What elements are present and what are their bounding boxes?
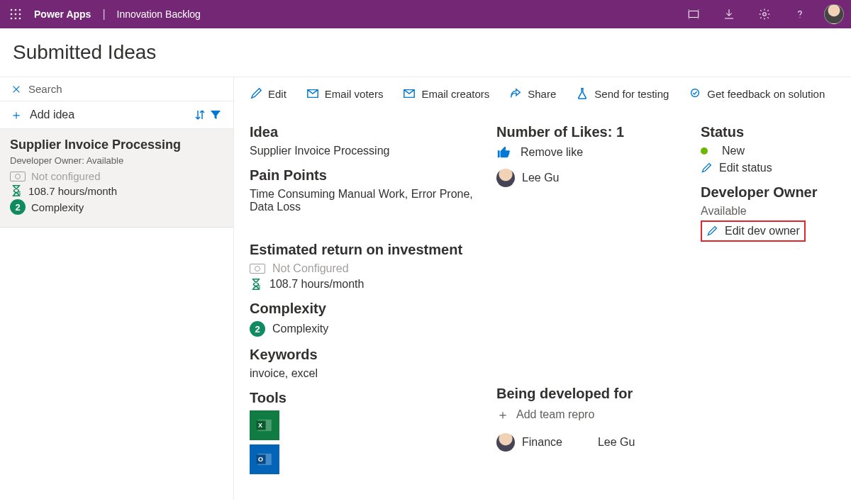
email-voters-action[interactable]: Email voters xyxy=(306,87,384,100)
settings-gear-icon[interactable] xyxy=(753,3,776,26)
avatar-icon xyxy=(496,433,515,452)
email-creators-action[interactable]: Email creators xyxy=(403,87,489,100)
flask-icon xyxy=(576,87,589,100)
status-value-row: New xyxy=(701,145,835,157)
keywords-heading: Keywords xyxy=(250,347,484,363)
idea-card-title: Supplier Invoice Processing xyxy=(10,138,223,152)
get-feedback-action[interactable]: Get feedback on solution xyxy=(689,87,825,100)
status-value: New xyxy=(722,145,745,157)
money-icon xyxy=(10,172,26,181)
status-heading: Status xyxy=(701,124,835,140)
svg-point-3 xyxy=(11,13,13,16)
mail-icon xyxy=(306,87,319,100)
svg-rect-9 xyxy=(689,11,699,18)
pain-heading: Pain Points xyxy=(250,167,484,184)
app-name: Power Apps xyxy=(34,9,91,20)
roi-cost: Not Configured xyxy=(250,262,484,275)
feedback-icon xyxy=(689,87,701,100)
add-idea-button[interactable]: ＋ Add idea xyxy=(10,108,74,121)
svg-point-10 xyxy=(763,13,767,16)
complexity-heading: Complexity xyxy=(250,301,484,317)
idea-heading: Idea xyxy=(250,124,484,140)
svg-point-7 xyxy=(15,18,17,20)
page-title: Submitted Ideas xyxy=(13,41,838,64)
download-icon[interactable] xyxy=(718,3,740,26)
sort-icon[interactable] xyxy=(192,107,208,123)
detail-col-main: Idea Supplier Invoice Processing Pain Po… xyxy=(250,114,484,474)
pencil-icon xyxy=(706,225,718,237)
svg-text:O: O xyxy=(258,456,263,463)
team-row: Finance Lee Gu xyxy=(496,433,688,452)
plus-icon: ＋ xyxy=(496,406,509,423)
help-icon[interactable] xyxy=(789,3,811,26)
idea-card-owner: Developer Owner: Available xyxy=(10,155,223,166)
tool-excel-icon: X xyxy=(250,410,279,440)
topbar: Power Apps | Innovation Backlog xyxy=(0,0,851,28)
roi-hours: $ 108.7 hours/month xyxy=(250,278,484,291)
devfor-heading: Being developed for xyxy=(496,386,688,402)
edit-dev-owner-highlight: Edit dev owner xyxy=(701,220,806,242)
plus-icon: ＋ xyxy=(10,110,23,120)
svg-text:$: $ xyxy=(18,191,21,196)
idea-card-complexity: 2 Complexity xyxy=(10,199,223,215)
svg-point-8 xyxy=(19,18,21,20)
fit-screen-icon[interactable] xyxy=(682,3,705,26)
complexity-line: 2 Complexity xyxy=(250,321,484,337)
svg-point-1 xyxy=(15,9,17,11)
roi-heading: Estimated return on investment xyxy=(250,242,484,258)
add-idea-label: Add idea xyxy=(30,108,74,121)
search-input[interactable]: Search xyxy=(0,77,233,101)
action-bar: Edit Email voters Email creators Share S… xyxy=(250,87,835,108)
mail-icon xyxy=(403,87,416,100)
team-person: Lee Gu xyxy=(598,436,635,449)
svg-point-0 xyxy=(11,9,13,11)
ideas-list-panel: Search ＋ Add idea Supplier Invoice Proce… xyxy=(0,77,234,500)
share-icon xyxy=(509,87,522,100)
svg-text:$: $ xyxy=(258,284,261,289)
detail-col-likes: Number of Likes: 1 Remove like Lee Gu Be… xyxy=(496,114,688,474)
team-name: Finance xyxy=(522,436,562,449)
idea-card[interactable]: Supplier Invoice Processing Developer Ow… xyxy=(0,129,233,228)
detail-col-status: Status New Edit status Developer Owner A… xyxy=(701,114,835,474)
idea-detail-panel: Edit Email voters Email creators Share S… xyxy=(234,77,851,500)
hourglass-icon: $ xyxy=(10,184,23,197)
app-launcher-icon[interactable] xyxy=(7,6,24,23)
edit-dev-owner-link[interactable]: Edit dev owner xyxy=(706,225,800,237)
pencil-icon xyxy=(701,162,712,174)
owner-heading: Developer Owner xyxy=(701,184,835,201)
tool-outlook-icon: O xyxy=(250,444,279,474)
hourglass-icon: $ xyxy=(250,278,262,291)
clear-x-icon xyxy=(11,84,21,94)
add-team-repro-link[interactable]: ＋ Add team repro xyxy=(496,406,688,423)
idea-card-cost: Not configured xyxy=(10,170,223,182)
edit-action[interactable]: Edit xyxy=(250,87,287,100)
money-icon xyxy=(250,264,265,274)
user-avatar[interactable] xyxy=(824,4,844,24)
edit-status-link[interactable]: Edit status xyxy=(701,162,835,174)
svg-point-4 xyxy=(15,13,17,16)
idea-card-hours: $ 108.7 hours/month xyxy=(10,184,223,197)
idea-value: Supplier Invoice Processing xyxy=(250,145,484,157)
svg-point-2 xyxy=(19,9,21,11)
send-testing-action[interactable]: Send for testing xyxy=(576,87,669,100)
search-placeholder: Search xyxy=(28,83,62,95)
svg-point-6 xyxy=(11,18,13,20)
status-dot-icon xyxy=(701,147,708,155)
remove-like-link[interactable]: Remove like xyxy=(521,146,583,159)
page-header: Submitted Ideas xyxy=(0,28,851,77)
keywords-value: invoice, excel xyxy=(250,367,484,380)
svg-point-5 xyxy=(19,13,21,16)
tools-heading: Tools xyxy=(250,390,484,406)
complexity-badge: 2 xyxy=(250,321,265,337)
pencil-icon xyxy=(250,87,262,100)
share-action[interactable]: Share xyxy=(509,87,556,100)
add-idea-row: ＋ Add idea xyxy=(0,101,233,129)
thumb-up-icon xyxy=(496,145,512,160)
svg-point-11 xyxy=(799,17,800,18)
filter-icon[interactable] xyxy=(208,107,223,123)
app-subtitle: Innovation Backlog xyxy=(117,9,201,20)
complexity-badge: 2 xyxy=(10,199,26,215)
likes-heading: Number of Likes: 1 xyxy=(496,124,688,140)
voter-person: Lee Gu xyxy=(496,169,688,187)
svg-text:X: X xyxy=(258,422,262,429)
